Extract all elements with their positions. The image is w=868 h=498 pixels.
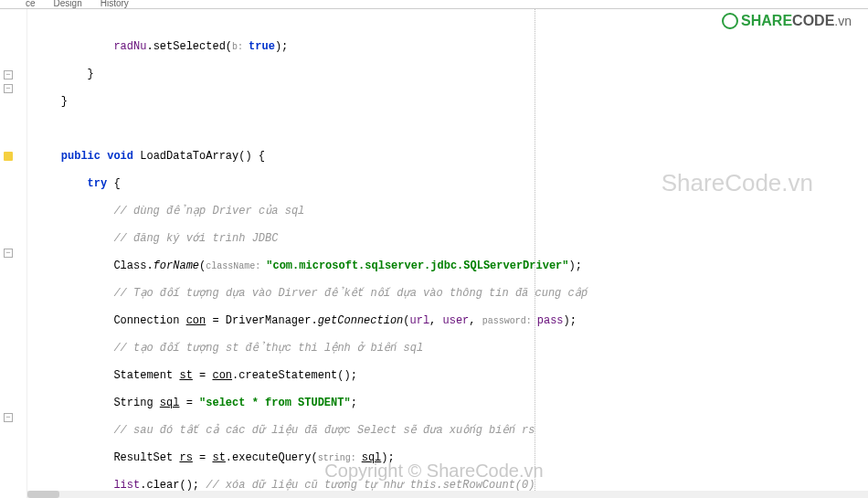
scrollbar-thumb[interactable] [27, 491, 59, 498]
fold-icon[interactable]: − [4, 413, 13, 422]
horizontal-scrollbar[interactable] [27, 491, 868, 498]
tab-source[interactable]: ce [18, 0, 43, 8]
gutter[interactable]: − − − − [0, 9, 27, 498]
logo-icon [722, 13, 738, 29]
warning-icon[interactable] [4, 152, 13, 161]
editor-content: − − − − radNu.setSelected(b: true); } } … [0, 9, 868, 498]
tab-design[interactable]: Design [47, 0, 90, 8]
fold-icon[interactable]: − [4, 249, 13, 258]
fold-icon[interactable]: − [4, 70, 13, 79]
sharecode-logo: SHARECODE.vn [722, 13, 852, 29]
editor-tabs: ce Design History [0, 0, 868, 9]
code-editor[interactable]: radNu.setSelected(b: true); } } public v… [27, 9, 868, 498]
fold-icon[interactable]: − [4, 84, 13, 93]
tab-history[interactable]: History [93, 0, 136, 8]
column-guide [535, 9, 535, 498]
